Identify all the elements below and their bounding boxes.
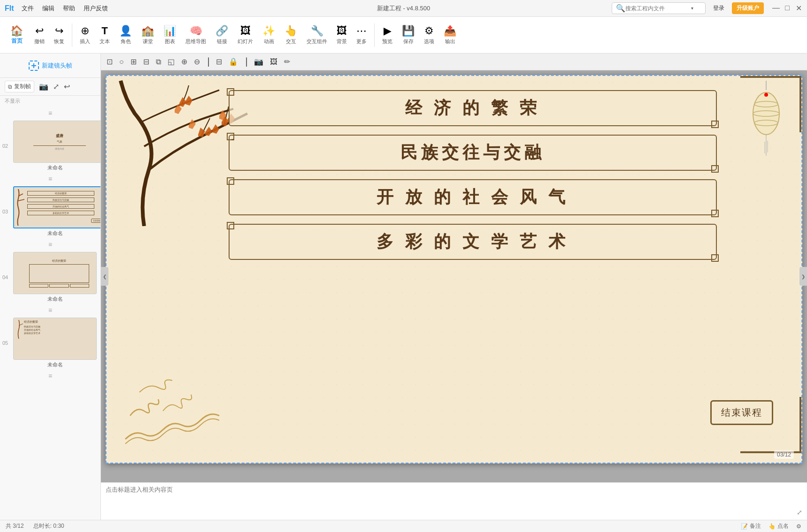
text-icon: T	[101, 25, 108, 37]
return-icon[interactable]: ↩	[64, 82, 70, 91]
ct-copy1-icon[interactable]: ⊞	[129, 56, 138, 67]
canvas-main[interactable]: ❮	[101, 70, 807, 482]
ct-circle-icon[interactable]: ○	[117, 57, 126, 67]
frame-thumb-05: 经济的繁荣 民族交往与交融 开放的社会风气 多彩的文学艺术	[13, 318, 97, 360]
ct-select-icon[interactable]: ⊡	[105, 56, 115, 67]
mindmap-icon: 🧠	[190, 25, 202, 37]
upgrade-button[interactable]: 升级账户	[732, 2, 764, 14]
save-label: 保存	[403, 38, 414, 45]
interact-icon: 👆	[284, 25, 297, 37]
settings-button[interactable]: ⚙	[796, 523, 801, 530]
output-label: 输出	[445, 38, 455, 45]
frame-item-05[interactable]: 05 经济的繁荣 民族交往与交融 开放的社会风气 多彩的文学艺术 未命名	[0, 315, 100, 371]
resize-icon[interactable]: ⤢	[53, 82, 59, 91]
copy-frame-label: 复制帧	[14, 83, 31, 91]
toolbar-undo[interactable]: ↩ 撤销	[31, 25, 48, 45]
toolbar-text[interactable]: T 文本	[96, 25, 114, 45]
content-box-1[interactable]: 经 济 的 繁 荣	[229, 90, 717, 126]
note-textarea[interactable]	[106, 486, 802, 517]
content-box-4[interactable]: 多 彩 的 文 学 艺 术	[229, 224, 717, 260]
menu-help[interactable]: 帮助	[63, 4, 75, 13]
more-icon: ⋯	[356, 25, 367, 37]
window-controls: — □ ✕	[772, 4, 802, 13]
maximize-button[interactable]: □	[784, 4, 791, 13]
toolbar-insert[interactable]: ⊕ 插入	[76, 25, 94, 45]
toolbar-interact-comp[interactable]: 🔧 交互组件	[303, 25, 331, 45]
ct-zoomout-icon[interactable]: ⊖	[192, 56, 202, 67]
toolbar-mindmap[interactable]: 🧠 思维导图	[182, 25, 210, 45]
search-box[interactable]: 🔍 ▾	[612, 2, 706, 14]
toolbar-redo[interactable]: ↪ 恢复	[50, 25, 68, 45]
canvas-area: ⊡ ○ ⊞ ⊟ ⧉ ◱ ⊕ ⊖ │ ⊟ 🔒 │ 📷 🖼 ✏ ❮	[101, 53, 807, 520]
menu-file[interactable]: 文件	[22, 4, 34, 13]
login-button[interactable]: 登录	[709, 3, 728, 14]
bg-icon: 🖼	[337, 25, 347, 37]
point-button[interactable]: 👆 点名	[769, 522, 789, 530]
menu-edit[interactable]: 编辑	[42, 4, 54, 13]
undo-label: 撤销	[34, 38, 45, 45]
note-button[interactable]: 📝 备注	[741, 522, 761, 530]
toolbar-link[interactable]: 🔗 链接	[212, 25, 232, 45]
content-box-3[interactable]: 开 放 的 社 会 风 气	[229, 179, 717, 215]
toolbar-animation[interactable]: ✨ 动画	[259, 25, 279, 45]
insert-label: 插入	[80, 38, 90, 45]
sidebar-collapse-button[interactable]: ❮	[101, 267, 108, 286]
settings-icon: ⚙	[796, 523, 801, 530]
toolbar-options[interactable]: ⚙ 选项	[420, 25, 438, 45]
toolbar-home[interactable]: 🏠 首页	[5, 25, 29, 45]
frame-item-02[interactable]: 02 盛唐 气象 课堂内容 未命名	[0, 118, 100, 174]
search-input[interactable]	[625, 5, 691, 12]
insert-icon: ⊕	[81, 25, 89, 37]
close-button[interactable]: ✕	[795, 4, 802, 13]
save-icon: 💾	[402, 25, 415, 37]
ct-edit-icon[interactable]: ✏	[282, 56, 292, 67]
ct-img-icon[interactable]: 🖼	[268, 57, 279, 67]
frame-sep-top: ≡	[0, 109, 100, 117]
toolbar-character[interactable]: 👤 角色	[115, 25, 136, 45]
slide-icon: 🖼	[240, 25, 251, 37]
app-logo: FIt	[5, 4, 14, 13]
ct-copy2-icon[interactable]: ⊟	[141, 56, 151, 67]
minimize-button[interactable]: —	[772, 4, 780, 13]
frame-actions: ⧉ 复制帧 📷 ⤢ ↩	[0, 78, 100, 96]
toolbar-preview[interactable]: ▶ 预览	[378, 25, 396, 45]
link-icon: 🔗	[215, 25, 228, 37]
right-collapse-button[interactable]: ❯	[799, 267, 807, 286]
camera-icon[interactable]: 📷	[39, 82, 48, 91]
ct-align-icon[interactable]: ⊟	[214, 56, 224, 67]
sidebar: 新建镜头帧 ⧉ 复制帧 📷 ⤢ ↩ 不显示 ≡ 02 盛唐	[0, 53, 101, 520]
toolbar-more[interactable]: ⋯ 更多	[353, 25, 370, 45]
toolbar-save[interactable]: 💾 保存	[398, 25, 418, 45]
copy-frame-button[interactable]: ⧉ 复制帧	[5, 81, 34, 92]
ct-camera-icon[interactable]: 📷	[252, 56, 265, 67]
note-label: 备注	[750, 522, 761, 530]
copy-icon: ⧉	[8, 84, 12, 90]
content-box-2[interactable]: " 民族交往与交融	[229, 135, 717, 171]
toolbar-bg[interactable]: 🖼 背景	[333, 25, 351, 45]
ct-zoomin-icon[interactable]: ⊕	[179, 56, 189, 67]
frame-item-03[interactable]: 03 经济的繁荣 民族交往与交融 开放的社会风气 多彩的文学艺术 结束课程	[0, 183, 100, 240]
redo-icon: ↪	[55, 25, 63, 37]
ct-layer-icon[interactable]: ⧉	[154, 57, 163, 67]
ct-lock-icon[interactable]: 🔒	[227, 56, 240, 67]
end-course-button[interactable]: 结束课程	[710, 400, 773, 425]
status-bar: 共 3/12 总时长: 0:30 📝 备注 👆 点名 ⚙	[0, 520, 807, 532]
frame-number-04: 04	[0, 274, 10, 280]
link-label: 链接	[217, 38, 227, 45]
classroom-icon: 🏫	[141, 25, 154, 37]
toolbar-output[interactable]: 📤 输出	[440, 25, 460, 45]
point-label: 点名	[777, 522, 789, 530]
note-expand-button[interactable]: ⤢	[797, 509, 802, 516]
frame-item-04[interactable]: 04 经济的繁荣 未命名	[0, 249, 100, 305]
search-dropdown-icon[interactable]: ▾	[691, 6, 693, 11]
toolbar-interact[interactable]: 👆 交互	[281, 25, 301, 45]
toolbar-classroom[interactable]: 🏫 课堂	[138, 25, 158, 45]
ct-layer2-icon[interactable]: ◱	[166, 56, 177, 67]
frame-name-05: 未命名	[13, 361, 97, 368]
slide-label: 幻灯片	[238, 38, 253, 45]
note-area: ⤢	[101, 482, 807, 520]
new-frame-button[interactable]: 新建镜头帧	[0, 53, 100, 78]
menu-feedback[interactable]: 用户反馈	[84, 4, 108, 13]
toolbar-slide[interactable]: 🖼 幻灯片	[234, 25, 257, 45]
toolbar-chart[interactable]: 📊 图表	[160, 25, 180, 45]
